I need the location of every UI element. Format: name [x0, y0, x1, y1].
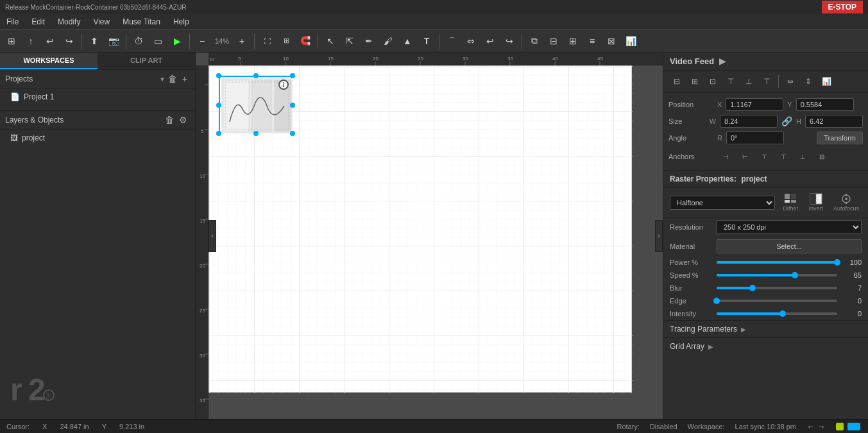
anchor-top[interactable]: ⊤: [775, 148, 792, 165]
select-tool[interactable]: ↖: [321, 32, 339, 50]
tab-workspaces[interactable]: WORKSPACES: [0, 53, 98, 69]
engrave-tool[interactable]: ⌒: [443, 32, 461, 50]
fill-tool[interactable]: ▲: [398, 32, 416, 50]
menu-edit[interactable]: Edit: [25, 16, 51, 28]
menu-modify[interactable]: Modify: [51, 16, 87, 28]
link-proportional-icon[interactable]: 🔗: [781, 116, 792, 126]
white-canvas[interactable]: i: [208, 65, 632, 393]
pen-tool[interactable]: ✒: [360, 32, 378, 50]
angle-label: Angle: [668, 134, 713, 142]
info-icon[interactable]: i: [278, 80, 289, 90]
selected-object[interactable]: i: [219, 76, 293, 133]
material-select-btn[interactable]: Select...: [717, 239, 862, 253]
align-top-edge[interactable]: ⊤: [722, 73, 739, 90]
transform-button[interactable]: Transform: [817, 132, 863, 144]
handle-ml[interactable]: [216, 103, 221, 108]
power-slider[interactable]: [717, 261, 837, 264]
anchor-center-h[interactable]: ⊢: [736, 148, 753, 165]
collapse-right-btn[interactable]: ›: [655, 220, 663, 252]
pos-y-input[interactable]: [796, 98, 854, 111]
canvas-area[interactable]: In 5 10 15 20 25 30 35: [196, 53, 663, 419]
zoom-plus-button[interactable]: +: [233, 32, 251, 50]
anchor-middle[interactable]: ⊥: [794, 148, 811, 165]
dither-btn[interactable]: Dither: [780, 192, 801, 213]
mirror-h-tool[interactable]: ⇔: [462, 32, 480, 50]
dist-v[interactable]: ⇕: [800, 73, 817, 90]
collapse-left-btn[interactable]: ‹: [208, 220, 216, 252]
halftone-select[interactable]: Halftone Threshold Floyd-Steinberg Jarvi…: [670, 196, 775, 210]
delete-project-button[interactable]: 🗑: [166, 72, 180, 85]
video-feed-play[interactable]: ▶: [719, 56, 726, 66]
menu-muse-titan[interactable]: Muse Titan: [116, 16, 167, 28]
angle-input[interactable]: [726, 132, 784, 144]
handle-bl[interactable]: [216, 131, 221, 136]
distribute-button[interactable]: ⊠: [602, 32, 620, 50]
anchor-left[interactable]: ⊣: [717, 148, 734, 165]
add-layer-button[interactable]: ⚙: [176, 114, 190, 126]
zoom-fit-button[interactable]: ⛶: [258, 32, 276, 50]
edge-slider[interactable]: [717, 300, 837, 302]
upload-button[interactable]: ⬆: [85, 32, 103, 50]
zoom-minus-button[interactable]: −: [193, 32, 211, 50]
redo-button[interactable]: ↪: [60, 32, 78, 50]
text-tool[interactable]: T: [418, 32, 436, 50]
camera-button[interactable]: 📷: [105, 32, 123, 50]
redo2-button[interactable]: ↪: [500, 32, 518, 50]
transform-tool[interactable]: ⇱: [341, 32, 359, 50]
chart-button[interactable]: 📊: [622, 32, 640, 50]
size-h-input[interactable]: [805, 115, 863, 128]
handle-tr[interactable]: [290, 73, 295, 78]
pos-x-input[interactable]: [726, 98, 783, 111]
grid-array-section[interactable]: Grid Array ▶: [663, 337, 868, 355]
tracing-params-section[interactable]: Tracing Parameters ▶: [663, 320, 868, 337]
align-button[interactable]: ≡: [583, 32, 601, 50]
arrange-button[interactable]: ⧉: [525, 32, 543, 50]
add-project-button[interactable]: +: [180, 72, 190, 85]
estop-button[interactable]: E-STOP: [822, 1, 863, 13]
handle-tm[interactable]: [253, 73, 259, 78]
handle-bm[interactable]: [253, 131, 259, 136]
intensity-slider[interactable]: [717, 312, 837, 315]
dist-chart[interactable]: 📊: [818, 73, 835, 90]
menu-view[interactable]: View: [87, 16, 116, 28]
menu-help[interactable]: Help: [167, 16, 196, 28]
invert-btn[interactable]: Invert: [806, 192, 826, 213]
dist-h[interactable]: ⇔: [782, 73, 799, 90]
size-w-input[interactable]: [720, 115, 778, 128]
undo2-button[interactable]: ↩: [481, 32, 499, 50]
timer-button[interactable]: ⏱: [130, 32, 148, 50]
speed-slider[interactable]: [717, 274, 837, 276]
anchor-right[interactable]: ⊤: [756, 148, 772, 165]
handle-br[interactable]: [290, 131, 295, 136]
align-center-v[interactable]: ⊥: [740, 73, 757, 90]
green-indicator: [836, 423, 844, 430]
layer-item-project[interactable]: 🖼 project: [0, 130, 195, 146]
resolution-select[interactable]: 250 x 250 dpi 100 x 100 dpi 500 x 500 dp…: [717, 220, 862, 234]
new-button[interactable]: ⊞: [3, 32, 21, 50]
crop-button[interactable]: ▭: [149, 32, 167, 50]
brush-tool[interactable]: 🖌: [379, 32, 397, 50]
open-button[interactable]: ↑: [22, 32, 40, 50]
align-left-edge[interactable]: ⊟: [668, 73, 685, 90]
autofocus-btn[interactable]: Autofocus: [831, 192, 862, 213]
menu-file[interactable]: File: [0, 16, 25, 28]
align-bottom-edge[interactable]: ⊤: [758, 73, 775, 90]
align-center-h[interactable]: ⊞: [686, 73, 703, 90]
align-right-edge[interactable]: ⊡: [704, 73, 721, 90]
anchor-bottom[interactable]: ⊟: [813, 148, 830, 165]
combine-button[interactable]: ⊟: [545, 32, 563, 50]
delete-layer-button[interactable]: 🗑: [162, 114, 176, 126]
tab-clip-art[interactable]: CLIP ART: [98, 53, 195, 69]
select-all-button[interactable]: ⊞: [277, 32, 295, 50]
magnet-button[interactable]: 🧲: [296, 32, 314, 50]
undo-button[interactable]: ↩: [41, 32, 59, 50]
size-h-group: H: [796, 115, 863, 128]
play-button[interactable]: ▶: [168, 32, 186, 50]
handle-tl[interactable]: [216, 73, 221, 78]
project-item-1[interactable]: 📄 Project 1: [0, 89, 195, 105]
projects-dropdown-icon[interactable]: ▼: [159, 76, 166, 83]
video-feed-header: Video Feed ▶: [663, 53, 868, 71]
blur-slider[interactable]: [717, 287, 837, 289]
handle-mr[interactable]: [290, 103, 295, 108]
boolean-button[interactable]: ⊞: [564, 32, 582, 50]
